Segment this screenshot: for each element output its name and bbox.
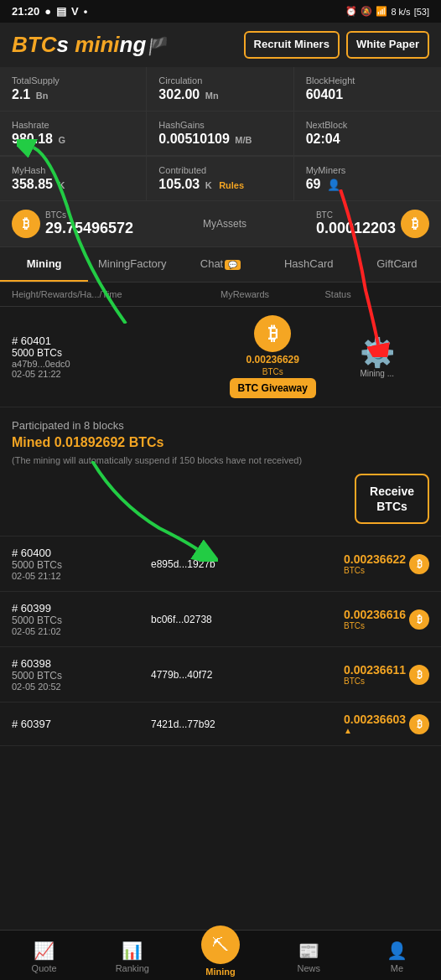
- mined-amount: Mined 0.01892692 BTCs: [12, 435, 429, 450]
- block-60400-hash: e895d...1927b: [151, 558, 290, 570]
- block-row-60398: # 60398 5000 BTCs 02-05 20:52 4779b...40…: [0, 647, 441, 703]
- btc-icon: ₿: [401, 210, 429, 238]
- recruit-miners-button[interactable]: Recruit Miners: [244, 31, 340, 59]
- block-60397-id: # 60397: [12, 718, 151, 730]
- total-supply-cell: TotalSupply 2.1 Bn: [0, 67, 147, 111]
- current-mining-section: # 60401 5000 BTCs a47b9...0edc0 02-05 21…: [0, 307, 441, 407]
- my-miners-cell: MyMiners 69 👤: [294, 157, 441, 200]
- btc-giveaway-button[interactable]: BTC Giveaway: [230, 378, 316, 398]
- hashrate-value: 980.18 G: [12, 132, 134, 147]
- current-block-hash: a47b9...0edc0: [12, 359, 220, 369]
- contributed-label: Contributed: [158, 165, 281, 175]
- block-60400-id: # 60400: [12, 547, 151, 559]
- receive-btcs-button[interactable]: ReceiveBTCs: [355, 474, 429, 524]
- me-label: Me: [391, 963, 403, 973]
- total-supply-label: TotalSupply: [12, 75, 134, 86]
- tab-hashcard[interactable]: HashCard: [265, 247, 353, 282]
- block-60398-btc-icon: ₿: [409, 665, 429, 685]
- nav-me[interactable]: 👤 Me: [353, 941, 441, 973]
- vpn-icon: V: [71, 5, 79, 18]
- mining-center-icon: ⛏: [201, 926, 240, 964]
- block-60400-right: 0.00236622 BTCs ₿: [290, 552, 429, 575]
- block-height-cell: BlockHeight 60401: [294, 67, 441, 111]
- block-60398-amount: 5000 BTCs: [12, 670, 151, 682]
- block-height-value: 60401: [306, 87, 429, 102]
- btc-label: BTC: [316, 210, 396, 220]
- logo: BTCs mining🏴: [12, 32, 167, 58]
- current-block-middle: ₿ 0.00236629 BTCs BTC Giveaway: [220, 315, 325, 398]
- my-miners-label: MyMiners: [306, 165, 429, 175]
- block-60399-reward: 0.00236616: [344, 608, 406, 621]
- nav-news[interactable]: 📰 News: [265, 941, 353, 973]
- ranking-label: Ranking: [116, 963, 149, 973]
- header-buttons: Recruit Miners White Paper: [244, 31, 429, 59]
- battery-icon: [53]: [414, 7, 429, 17]
- quote-label: Quote: [32, 963, 57, 973]
- my-stats: MyHash 358.85 K Contributed 105.03 K Rul…: [0, 157, 441, 201]
- col2-header: MyRewards: [220, 289, 325, 299]
- block-60398-reward: 0.00236611: [344, 663, 406, 677]
- my-hash-value: 358.85 K: [12, 177, 134, 192]
- participated-block: Participated in 8 blocks Mined 0.0189269…: [0, 407, 441, 537]
- tabs: Mining MiningFactory Chat💬 HashCard Gift…: [0, 247, 441, 283]
- block-60398-right: 0.00236611 BTCs ₿: [290, 663, 429, 686]
- circulation-label: Circulation: [158, 75, 281, 86]
- table-header: Height/Rewards/Ha.../Time MyRewards Stat…: [0, 283, 441, 307]
- current-reward-value: 0.00236629: [246, 354, 299, 366]
- tab-miningfactory[interactable]: MiningFactory: [88, 247, 176, 282]
- next-block-label: NextBlock: [306, 120, 429, 130]
- block-row-60397: # 60397 7421d...77b92 0.00236603 ▲ ₿: [0, 703, 441, 746]
- my-hash-cell: MyHash 358.85 K: [0, 157, 147, 200]
- current-block-left: # 60401 5000 BTCs a47b9...0edc0 02-05 21…: [12, 334, 220, 379]
- btcs-value: 29.75496572: [45, 220, 133, 237]
- white-paper-button[interactable]: White Paper: [346, 31, 429, 59]
- block-60399-btc-icon: ₿: [409, 609, 429, 630]
- tab-chat[interactable]: Chat💬: [176, 247, 264, 282]
- hashrate-cell: Hashrate 980.18 G: [0, 111, 147, 156]
- block-60399-amount: 5000 BTCs: [12, 614, 151, 626]
- block-60400-amount: 5000 BTCs: [12, 559, 151, 571]
- participated-section: Participated in 8 blocks Mined 0.0189269…: [0, 407, 441, 537]
- current-btc-icon: ₿: [254, 315, 291, 352]
- tab-giftcard[interactable]: GiftCard: [353, 247, 441, 282]
- whatsapp-icon: ●: [44, 5, 51, 18]
- circulation-cell: Circulation 302.00 Mn: [147, 67, 293, 111]
- contributed-value: 105.03 K Rules: [158, 177, 281, 192]
- block-row-60399: # 60399 5000 BTCs 02-05 21:02 bc06f...02…: [0, 592, 441, 647]
- block-60397-reward: 0.00236603: [344, 713, 406, 726]
- mute-icon: 🔕: [361, 6, 372, 17]
- header: BTCs mining🏴 Recruit Miners White Paper: [0, 23, 441, 67]
- mining-center-label: Mining: [205, 967, 235, 977]
- status-left: 21:20 ● ▤ V •: [12, 5, 87, 18]
- rules-link[interactable]: Rules: [219, 180, 244, 190]
- status-bar: 21:20 ● ▤ V • ⏰ 🔕 📶 8 k/s [53]: [0, 0, 441, 23]
- current-block-row: # 60401 5000 BTCs a47b9...0edc0 02-05 21…: [0, 307, 441, 407]
- col3-header: Status: [325, 289, 430, 299]
- news-label: News: [297, 963, 320, 973]
- gear-icon: ⚙️: [360, 335, 395, 369]
- me-icon: 👤: [387, 941, 407, 961]
- block-60399-hash: bc06f...02738: [151, 614, 290, 625]
- block-60400-time: 02-05 21:12: [12, 571, 151, 581]
- block-60400-reward: 0.00236622: [344, 552, 406, 566]
- btcs-label: BTCs: [45, 210, 133, 220]
- block-60400-left: # 60400 5000 BTCs 02-05 21:12: [12, 547, 151, 581]
- current-block-amount: 5000 BTCs: [12, 347, 220, 359]
- block-60397-btc-icon: ₿: [409, 714, 429, 734]
- nav-ranking[interactable]: 📊 Ranking: [88, 941, 176, 973]
- quote-icon: 📈: [34, 941, 54, 961]
- my-hash-label: MyHash: [12, 165, 134, 175]
- col1-header: Height/Rewards/Ha.../Time: [12, 289, 220, 299]
- stats-grid: TotalSupply 2.1 Bn Circulation 302.00 Mn…: [0, 67, 441, 157]
- hash-gains-value: 0.00510109 M/B: [158, 132, 281, 147]
- next-block-cell: NextBlock 02:04: [294, 111, 441, 156]
- block-height-label: BlockHeight: [306, 75, 429, 86]
- btcs-asset: ₿ BTCs 29.75496572: [12, 210, 133, 238]
- nav-quote[interactable]: 📈 Quote: [0, 941, 88, 973]
- btcs-icon: ₿: [12, 210, 40, 238]
- current-block-id: # 60401: [12, 334, 220, 347]
- nav-mining-center[interactable]: ⛏ Mining: [176, 937, 264, 977]
- tab-mining[interactable]: Mining: [0, 247, 88, 282]
- btc-asset: BTC 0.00012203 ₿: [316, 210, 429, 238]
- next-block-value: 02:04: [306, 132, 429, 147]
